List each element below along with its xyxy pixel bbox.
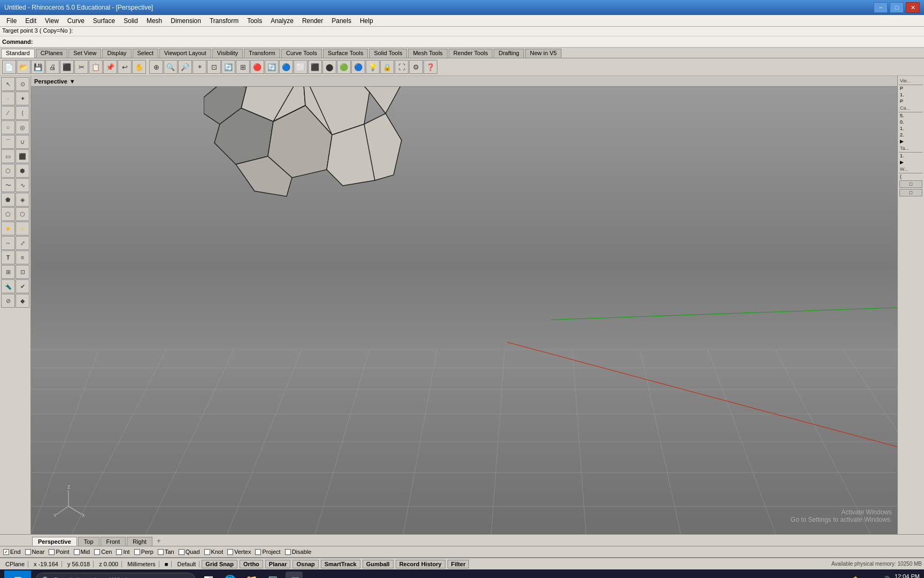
lt-render1[interactable]: 🔦 [1, 279, 15, 293]
tb-lock[interactable]: 🔒 [380, 60, 394, 74]
search-bar[interactable]: 🔍 Search the web and Windows [35, 573, 196, 578]
osnap-cb-quad[interactable] [179, 549, 184, 555]
tb-undo[interactable]: ↩ [118, 60, 132, 74]
lt-dim1[interactable]: ↔ [1, 236, 15, 250]
tb-tab-curve-tools[interactable]: Curve Tools [281, 49, 322, 58]
lt-rect2[interactable]: ⬛ [16, 149, 29, 163]
osnap-project[interactable]: Project [255, 549, 280, 555]
osnap-cb-point[interactable] [49, 549, 55, 555]
osnap-cb-disable[interactable] [285, 549, 291, 555]
osnap-cen[interactable]: Cen [94, 549, 112, 555]
tb-cut2[interactable]: ⬛ [60, 60, 74, 74]
tb-zoom-ext2[interactable]: 🔄 [221, 60, 235, 74]
sb-planar[interactable]: Planar [265, 560, 291, 568]
tb-wire[interactable]: ⬜ [294, 60, 307, 74]
start-button[interactable]: ⊞ [4, 571, 31, 578]
sb-osnap[interactable]: Osnap [292, 560, 318, 568]
lt-line[interactable]: ∕ [1, 106, 15, 120]
osnap-cb-knot[interactable] [204, 549, 210, 555]
lt-point2[interactable]: ✦ [16, 92, 29, 105]
minimize-button[interactable]: − [874, 2, 888, 13]
lt-layout2[interactable]: ⊡ [16, 265, 29, 279]
taskbar-icon-explorer[interactable]: 📁 [243, 572, 260, 578]
lt-render2[interactable]: ✔ [16, 279, 29, 293]
tb-shade3[interactable]: 🔵 [279, 60, 293, 74]
tb-tab-mesh-tools[interactable]: Mesh Tools [408, 49, 447, 58]
tb-shade1[interactable]: 🔴 [250, 60, 264, 74]
lt-text2[interactable]: ≡ [16, 250, 29, 264]
lt-curve2[interactable]: ∿ [16, 178, 29, 192]
lt-layout1[interactable]: ⊞ [1, 265, 15, 279]
menu-item-panels[interactable]: Panels [327, 16, 356, 26]
osnap-mid[interactable]: Mid [74, 549, 90, 555]
tb-save[interactable]: 💾 [31, 60, 45, 74]
pp-btn1[interactable]: □ [899, 180, 922, 188]
tb-tab-set-view[interactable]: Set View [68, 49, 101, 58]
osnap-cb-near[interactable] [25, 549, 31, 555]
tb-tab-cplanes[interactable]: CPlanes [36, 49, 68, 58]
menu-item-analyze[interactable]: Analyze [266, 16, 298, 26]
tb-tab-standard[interactable]: Standard [1, 49, 35, 58]
lt-solid1[interactable]: ⬠ [1, 207, 15, 221]
menu-item-solid[interactable]: Solid [119, 16, 142, 26]
menu-item-tools[interactable]: Tools [243, 16, 266, 26]
osnap-cb-project[interactable] [255, 549, 261, 555]
menu-item-edit[interactable]: Edit [21, 16, 41, 26]
viewport-label[interactable]: Perspective ▼ [31, 76, 897, 87]
lt-rect[interactable]: ▭ [1, 149, 15, 163]
menu-item-mesh[interactable]: Mesh [142, 16, 166, 26]
lt-curve[interactable]: 〜 [1, 178, 15, 192]
lt-poly2[interactable]: ⬢ [16, 164, 29, 178]
osnap-point[interactable]: Point [49, 549, 69, 555]
viewport-canvas[interactable]: .grid-h { stroke: #aaaaaa; stroke-width:… [31, 87, 897, 534]
tb-tab-drafting[interactable]: Drafting [494, 49, 524, 58]
osnap-knot[interactable]: Knot [204, 549, 224, 555]
lt-point[interactable]: · [1, 92, 15, 105]
lt-analysis[interactable]: ⊘ [1, 294, 15, 308]
tb-copy[interactable]: 📋 [89, 60, 103, 74]
lt-mesh2[interactable]: ☆ [16, 222, 29, 235]
sb-smarttrack[interactable]: SmartTrack [321, 560, 360, 568]
tb-new[interactable]: 📄 [2, 60, 16, 74]
tb-tab-surface-tools[interactable]: Surface Tools [323, 49, 368, 58]
tb-shade[interactable]: ⬤ [322, 60, 336, 74]
tb-light[interactable]: 💡 [366, 60, 380, 74]
taskbar-icon-desktop[interactable]: 🗔 [200, 572, 217, 578]
maximize-button[interactable]: □ [890, 2, 904, 13]
tb-shade2[interactable]: 🔄 [265, 60, 279, 74]
pp-camera[interactable]: Ca... [899, 104, 923, 112]
vp-tab-top[interactable]: Top [78, 537, 99, 546]
taskbar-notification-icon[interactable]: 🔔 [851, 576, 860, 578]
menu-item-curve[interactable]: Curve [63, 16, 89, 26]
pp-arrow1[interactable]: ▶ [899, 138, 923, 144]
lt-dim2[interactable]: ⤢ [16, 236, 29, 250]
tb-paste[interactable]: 📌 [103, 60, 117, 74]
osnap-int[interactable]: Int [116, 549, 129, 555]
menu-item-dimension[interactable]: Dimension [166, 16, 205, 26]
tb-tab-display[interactable]: Display [102, 49, 131, 58]
tb-print[interactable]: 🖨 [45, 60, 59, 74]
tb-zoom-ext[interactable]: ⊡ [207, 60, 221, 74]
pp-world[interactable]: W... [899, 165, 923, 173]
lt-solid2[interactable]: ⬡ [16, 207, 29, 221]
vp-tab-add[interactable]: + [153, 536, 164, 546]
tb-expand[interactable]: ⛶ [395, 60, 409, 74]
menu-item-render[interactable]: Render [298, 16, 327, 26]
lt-select2[interactable]: ⊙ [16, 77, 29, 91]
lt-arc2[interactable]: ∪ [16, 135, 29, 149]
lt-circle[interactable]: ○ [1, 120, 15, 134]
sb-ortho[interactable]: Ortho [240, 560, 263, 568]
tb-help[interactable]: ❓ [424, 60, 437, 74]
osnap-cb-int[interactable] [116, 549, 122, 555]
tb-snap[interactable]: ⊕ [149, 60, 163, 74]
taskbar-icon-edge[interactable]: 🌐 [221, 572, 238, 578]
lt-surf1[interactable]: ⬟ [1, 193, 15, 207]
tb-render1[interactable]: 🟢 [337, 60, 351, 74]
taskbar-icon-store[interactable]: 💻 [264, 572, 281, 578]
sb-filter[interactable]: Filter [448, 560, 469, 568]
lt-circle2[interactable]: ◎ [16, 120, 29, 134]
osnap-cb-cen[interactable] [94, 549, 100, 555]
tb-open[interactable]: 📂 [17, 60, 30, 74]
lt-mesh1[interactable]: ★ [1, 222, 15, 235]
tb-tab-viewport-layout[interactable]: Viewport Layout [159, 49, 211, 58]
